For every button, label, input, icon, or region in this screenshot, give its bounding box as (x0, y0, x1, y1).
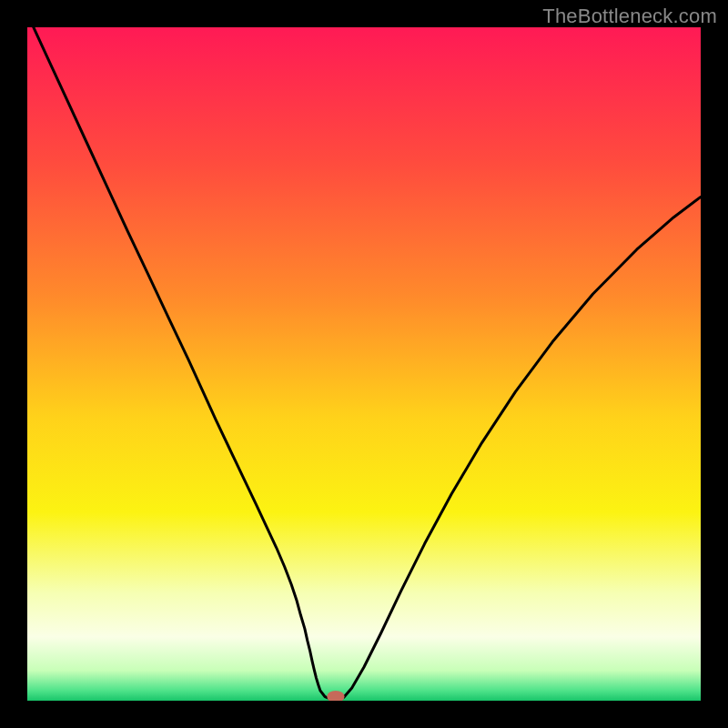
gradient-background (27, 27, 701, 701)
plot-area (27, 27, 701, 701)
chart-frame: TheBottleneck.com (0, 0, 728, 728)
watermark-text: TheBottleneck.com (542, 5, 717, 28)
chart-svg (27, 27, 701, 701)
